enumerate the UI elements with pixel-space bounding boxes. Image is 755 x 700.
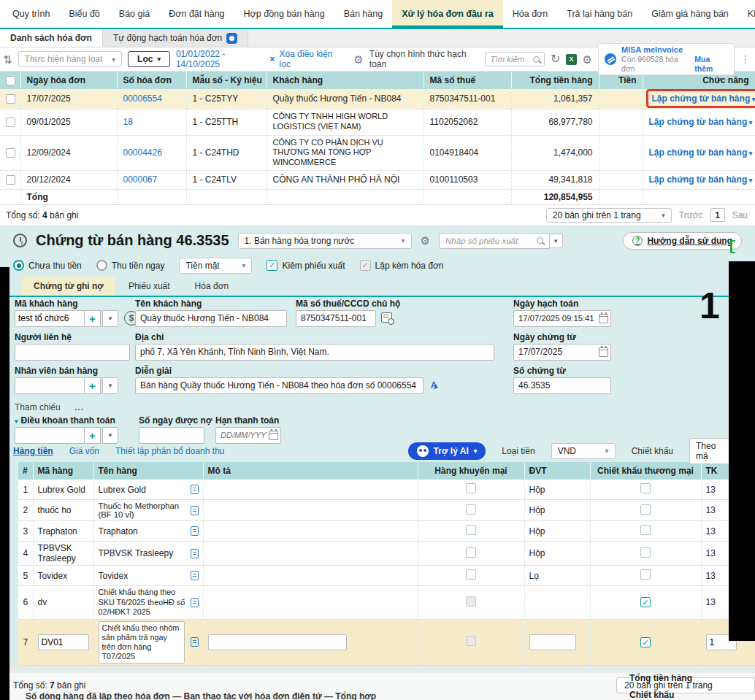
radio-chua-thu-tien[interactable]: Chưa thu tiền xyxy=(13,260,82,271)
next-page-button[interactable]: Sau xyxy=(732,210,748,220)
radio-thu-tien-ngay[interactable]: Thu tiền ngay xyxy=(96,260,165,271)
trade-discount-checkbox[interactable] xyxy=(640,547,651,558)
customer-code-input[interactable] xyxy=(15,310,85,327)
note-icon[interactable] xyxy=(191,571,199,580)
nav-don-dat-hang[interactable]: Đơn đặt hàng xyxy=(159,0,234,28)
tab-hang-tien[interactable]: Hàng tiền xyxy=(13,446,53,456)
kebab-menu-icon[interactable]: ⋮ xyxy=(740,53,751,65)
chevron-down-icon[interactable]: ▾ xyxy=(102,427,118,444)
help-button[interactable]: ? Hướng dẫn sử dụng xyxy=(623,232,742,250)
trade-discount-checkbox[interactable] xyxy=(640,569,651,580)
export-slip-input[interactable]: Nhập số phiếu xuất xyxy=(439,233,550,249)
refresh-icon[interactable]: ↻ xyxy=(551,53,560,65)
sales-person-field[interactable]: + ▾ xyxy=(15,377,118,394)
doc-date-input[interactable] xyxy=(513,344,611,361)
tax-lookup-icon[interactable] xyxy=(381,312,392,323)
trade-discount-checkbox[interactable] xyxy=(640,483,651,493)
contact-input[interactable] xyxy=(15,344,130,361)
nav-hoa-don[interactable]: Hóa đơn xyxy=(503,0,558,28)
tab-danh-sach-hoa-don[interactable]: Danh sách hóa đơn xyxy=(0,29,103,47)
calendar-icon[interactable] xyxy=(599,314,608,323)
excel-export-icon[interactable]: X xyxy=(566,54,576,65)
nav-quy-trinh[interactable]: Quy trình xyxy=(3,0,59,28)
item-desc-input[interactable] xyxy=(208,634,347,650)
note-icon[interactable] xyxy=(191,598,199,607)
item-row-5[interactable]: 5 Tovidex Tovidex Lọ 13 xyxy=(18,566,755,586)
translate-icon[interactable]: A xyxy=(428,380,440,391)
nav-xu-ly-hoa-don-dau-ra[interactable]: Xử lý hóa đơn đầu ra xyxy=(392,0,503,28)
tab-tu-dong-hach-toan[interactable]: Tự động hạch toán hóa đơn xyxy=(103,29,248,47)
promo-checkbox[interactable] xyxy=(466,569,476,580)
trade-discount-checkbox[interactable] xyxy=(640,525,651,535)
nav-giam-gia-hang-ban[interactable]: Giảm giá hàng bán xyxy=(642,0,738,28)
row-checkbox[interactable] xyxy=(6,175,15,185)
create-sales-voucher-button[interactable]: Lập chứng từ bán hàng xyxy=(649,147,753,158)
clear-filter-link[interactable]: Xóa điều kiện lọc xyxy=(280,49,342,69)
invoice-row-2[interactable]: 09/01/2025 18 1 - C25TTH CÔNG TY TNHH HI… xyxy=(0,109,755,135)
create-sales-voucher-button[interactable]: Lập chứng từ bán hàng xyxy=(649,174,753,185)
trade-discount-checkbox[interactable] xyxy=(640,597,651,607)
invoice-number-link[interactable]: 0000067 xyxy=(117,170,186,189)
posting-date-input[interactable] xyxy=(513,310,611,327)
checkbox-lap-kem-hoa-don[interactable]: Lập kèm hóa đơn xyxy=(360,260,444,271)
promo-checkbox[interactable] xyxy=(466,525,476,535)
payment-terms-input[interactable] xyxy=(15,427,85,444)
calendar-icon[interactable] xyxy=(599,347,608,357)
history-clock-icon[interactable] xyxy=(13,234,27,247)
invoice-number-link[interactable]: 18 xyxy=(117,109,186,135)
filter-button[interactable]: Lọc xyxy=(128,51,170,67)
note-icon[interactable] xyxy=(191,485,199,494)
note-icon[interactable] xyxy=(191,526,199,536)
checkbox-kiem-phieu-xuat[interactable]: Kiêm phiếu xuất xyxy=(267,260,345,271)
per-page-dropdown[interactable]: 20 bản ghi trên 1 trang xyxy=(546,208,672,223)
invoice-row-4[interactable]: 20/12/2024 0000067 1 - C24TLV CÔNG AN TH… xyxy=(0,170,755,189)
promo-checkbox[interactable] xyxy=(466,483,476,493)
row-checkbox[interactable] xyxy=(6,94,15,104)
plus-icon[interactable]: + xyxy=(85,427,101,444)
tab-gia-von[interactable]: Giá vốn xyxy=(69,446,99,456)
item-row-3[interactable]: 3 Traphaton Traphaton Hộp 13 xyxy=(18,521,755,542)
tab-phan-bo-doanh-thu[interactable]: Thiết lập phân bổ doanh thu xyxy=(115,446,224,456)
ai-assistant-button[interactable]: Trợ lý AI xyxy=(408,442,486,460)
plus-icon[interactable]: + xyxy=(85,377,101,394)
batch-action-dropdown[interactable]: Thực hiện hàng loạt xyxy=(18,51,122,67)
calendar-icon[interactable] xyxy=(269,431,278,440)
posting-option-label[interactable]: Tùy chọn hình thức hạch toán xyxy=(369,49,479,69)
settings-icon[interactable]: ⚙ xyxy=(583,54,592,65)
close-icon[interactable]: × xyxy=(270,54,275,64)
nav-khac[interactable]: Khác xyxy=(738,0,755,28)
chevron-down-icon[interactable]: ▾ xyxy=(102,377,118,394)
invoice-row-3[interactable]: 12/09/2024 00004426 1 - C24THD CÔNG TY C… xyxy=(0,135,755,170)
note-icon[interactable] xyxy=(191,506,199,515)
tab-chung-tu-ghi-no[interactable]: Chứng từ ghi nợ xyxy=(22,277,115,296)
tax-code-input[interactable] xyxy=(296,310,376,327)
note-icon[interactable] xyxy=(191,549,199,558)
promo-checkbox[interactable] xyxy=(466,504,476,515)
item-row-1[interactable]: 1 Lubrex Gold Lubrex Gold Hộp 13 xyxy=(18,480,755,500)
chevron-down-icon[interactable]: ▾ xyxy=(550,234,563,248)
buy-more-link[interactable]: Mua thêm xyxy=(694,55,728,73)
currency-dropdown[interactable]: VND xyxy=(551,443,616,459)
nav-bao-gia[interactable]: Báo giá xyxy=(110,0,159,28)
note-icon[interactable] xyxy=(191,637,199,647)
item-unit-input[interactable] xyxy=(529,634,576,650)
item-code-input[interactable] xyxy=(38,634,89,650)
chevron-down-icon[interactable]: ▾ xyxy=(102,310,118,327)
select-all-checkbox[interactable] xyxy=(6,76,15,85)
gear-icon[interactable]: ⚙ xyxy=(353,54,363,65)
nav-tra-lai-hang-ban[interactable]: Trả lại hàng bán xyxy=(557,0,642,28)
search-input[interactable]: Tìm kiếm xyxy=(485,52,545,66)
create-sales-voucher-button[interactable]: Lập chứng từ bán hàng xyxy=(649,117,753,127)
create-sales-voucher-button[interactable]: Lập chứng từ bán hàng xyxy=(652,93,755,104)
doc-number-input[interactable] xyxy=(513,377,611,394)
item-row-6[interactable]: 6 dv Chiết khấu tháng theo SKU T6/2025 t… xyxy=(18,586,755,619)
gear-icon[interactable]: ⚙ xyxy=(421,235,430,246)
invoice-number-link[interactable]: 00004426 xyxy=(117,135,186,170)
reference-more-link[interactable]: ... xyxy=(74,402,84,412)
tab-hoa-don[interactable]: Hóa đơn xyxy=(183,277,241,296)
customer-name-input[interactable] xyxy=(135,310,287,327)
address-input[interactable] xyxy=(135,344,494,361)
nav-bieu-do[interactable]: Biểu đồ xyxy=(59,0,109,28)
nav-ban-hang[interactable]: Bán hàng xyxy=(334,0,393,28)
payment-method-dropdown[interactable]: Tiền mặt xyxy=(179,258,252,274)
